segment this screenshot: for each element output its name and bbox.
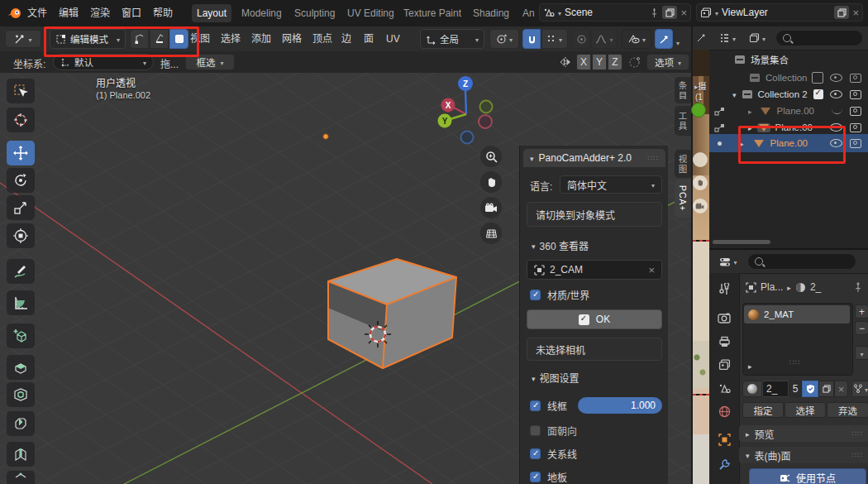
tab-output-properties[interactable]: [709, 336, 739, 347]
mode-selector[interactable]: 编辑模式: [50, 29, 126, 49]
surface-grip[interactable]: [852, 451, 863, 459]
properties-editor-type-button[interactable]: [714, 253, 742, 270]
properties-search-input[interactable]: [747, 253, 856, 270]
row-collection[interactable]: Collection: [709, 69, 868, 86]
scene-selector[interactable]: Scene: [539, 3, 691, 22]
node-tree-dropdown[interactable]: [851, 381, 868, 397]
select-mode-edge-button[interactable]: [150, 29, 169, 49]
tab-item[interactable]: 条目: [675, 77, 691, 103]
collection2-expand-arrow[interactable]: [732, 89, 737, 100]
wireframe-slider[interactable]: 1.000: [578, 397, 662, 414]
add-slot-button[interactable]: +: [855, 304, 868, 319]
plane1-render-icon[interactable]: [850, 107, 861, 116]
menu-window[interactable]: 窗口: [122, 0, 141, 26]
breadcrumb-object-name[interactable]: Pla...: [761, 281, 783, 293]
tool-select-box[interactable]: [7, 79, 35, 103]
workspace-tab-sculpting[interactable]: Sculpting: [289, 4, 340, 22]
row-plane-2[interactable]: Plane.00: [709, 119, 868, 136]
transform-orientation-dropdown[interactable]: 全局: [420, 29, 484, 49]
secondary-viewport[interactable]: 摄 (1: [693, 26, 709, 484]
use-nodes-button[interactable]: 使用节点: [749, 468, 866, 484]
plane1-label[interactable]: Plane.00: [777, 106, 832, 116]
scene-collection-label[interactable]: 场景集合: [751, 53, 789, 66]
strip-pan-button[interactable]: [693, 175, 708, 190]
camera-view-button[interactable]: [480, 197, 502, 218]
switch-mode-button[interactable]: 请切换到对象模式: [527, 202, 662, 227]
outliner-display-mode-dropdown[interactable]: [714, 30, 741, 46]
setting-floor[interactable]: 地板: [530, 470, 567, 484]
menu-select[interactable]: 选择: [221, 26, 241, 51]
setting-wireframe[interactable]: 线框: [530, 399, 567, 413]
tab-scene-properties[interactable]: [709, 382, 739, 394]
material-slot-selected[interactable]: 2_MAT: [744, 305, 850, 323]
plane3-label[interactable]: Plane.00: [770, 138, 830, 148]
panel-collapse-arrow[interactable]: [530, 152, 534, 164]
tool-bevel[interactable]: [7, 411, 35, 436]
show-overlays-dropdown[interactable]: [622, 29, 651, 49]
collection2-hide-icon[interactable]: [830, 90, 842, 98]
collection2-label[interactable]: Collection 2: [758, 89, 813, 99]
row-scene-collection[interactable]: 场景集合: [709, 51, 868, 68]
workspace-tab-shading[interactable]: Shading: [468, 4, 514, 22]
material-world-checkbox[interactable]: [530, 290, 541, 300]
strip-gizmo-y-ball[interactable]: [691, 103, 706, 117]
preview-panel-header[interactable]: 预览: [739, 425, 868, 442]
tool-move[interactable]: [7, 141, 35, 165]
workspace-tab-layout[interactable]: Layout: [192, 4, 231, 22]
select-mode-face-button[interactable]: [169, 29, 188, 49]
material-copy-button[interactable]: [818, 381, 834, 397]
material-world-row[interactable]: 材质/世界: [530, 288, 589, 302]
row-plane-1[interactable]: Plane.00: [709, 103, 868, 119]
menu-render[interactable]: 渲染: [90, 0, 110, 26]
plane2-expand-arrow[interactable]: [748, 122, 752, 133]
menu-face[interactable]: 面: [364, 26, 374, 51]
setting-relations[interactable]: 关系线: [530, 447, 577, 461]
tab-viewlayer-properties[interactable]: [709, 359, 739, 371]
viewport-3d[interactable]: 用户透视 (1) Plane.002: [0, 73, 691, 484]
outliner-search-input[interactable]: [775, 30, 863, 46]
addon-panel-header[interactable]: PanoCamAdder+ 2.0: [523, 149, 665, 167]
tool-inset-faces[interactable]: [7, 382, 35, 407]
collection2-exclude-checkbox[interactable]: ✓: [813, 89, 823, 99]
mirror-z-button[interactable]: Z: [608, 54, 622, 70]
tab-object-properties[interactable]: [709, 434, 739, 446]
plane2-hide-icon[interactable]: [830, 123, 842, 132]
zoom-button[interactable]: [480, 146, 502, 167]
workspace-tab-uv-editing[interactable]: UV Editing: [342, 4, 399, 22]
tool-scale[interactable]: [7, 195, 35, 220]
proportional-editing-button[interactable]: [572, 29, 590, 49]
preview-grip[interactable]: [852, 429, 863, 438]
setting-face-orientation[interactable]: 面朝向: [530, 424, 577, 438]
editor-type-button[interactable]: [5, 30, 41, 48]
menu-file[interactable]: 文件: [27, 0, 47, 26]
material-name-field[interactable]: 2_: [762, 381, 789, 397]
surface-panel-header[interactable]: 表(曲)面: [739, 447, 868, 463]
fake-user-shield-button[interactable]: [802, 381, 818, 397]
options-dropdown[interactable]: 选项: [646, 54, 689, 70]
snap-settings-dropdown[interactable]: [541, 29, 568, 49]
menu-edge[interactable]: 边: [341, 26, 351, 51]
tab-tool[interactable]: 工具: [675, 106, 691, 136]
tool-measure[interactable]: [7, 290, 35, 315]
tab-render-properties[interactable]: [709, 313, 739, 323]
tool-extrude-region[interactable]: [7, 355, 35, 380]
ok-button[interactable]: ✓ OK: [527, 309, 662, 329]
collection-exclude-checkbox[interactable]: [812, 72, 823, 84]
mirror-x-button[interactable]: X: [576, 54, 591, 70]
face-orientation-checkbox[interactable]: [530, 425, 541, 436]
tab-modifier-properties[interactable]: [709, 458, 739, 471]
strip-header[interactable]: [693, 26, 709, 50]
outliner-filter-dropdown[interactable]: [744, 30, 770, 46]
tool-cursor[interactable]: [7, 108, 35, 132]
wireframe-checkbox[interactable]: [530, 400, 541, 411]
tool-loop-cut[interactable]: [7, 442, 35, 467]
no-camera-button[interactable]: 未选择相机: [527, 338, 662, 361]
plane1-hidden-icon[interactable]: [832, 108, 842, 114]
tab-world-properties[interactable]: [709, 405, 739, 418]
menu-edit[interactable]: 编辑: [59, 0, 79, 26]
tool-rotate[interactable]: [7, 168, 35, 193]
floor-checkbox[interactable]: [530, 472, 541, 482]
camera-clear-icon[interactable]: [648, 264, 655, 276]
material-browse-button[interactable]: [742, 381, 762, 397]
plane3-hide-icon[interactable]: [830, 139, 842, 147]
